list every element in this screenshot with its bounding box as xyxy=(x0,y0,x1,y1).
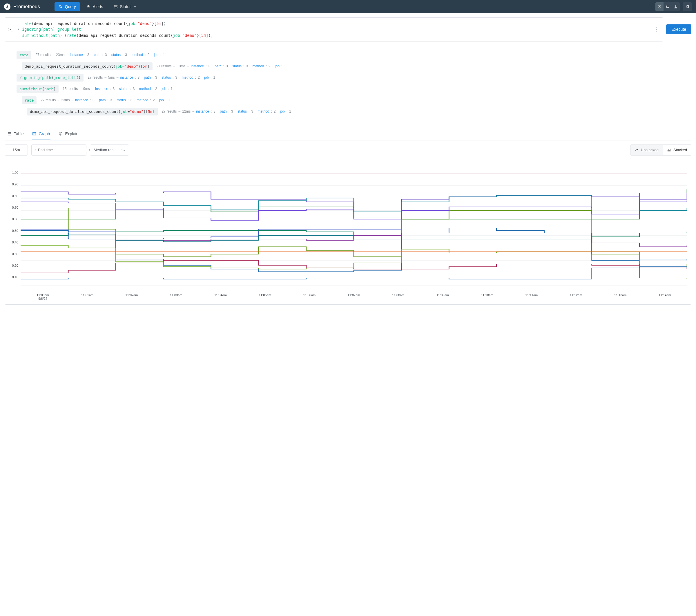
tree-meta: 27 results – 12ms – instance: 3 path: 3 … xyxy=(162,109,291,113)
y-tick: 0.80 xyxy=(12,194,18,198)
y-tick: 0.10 xyxy=(12,275,18,279)
y-axis: 0.100.200.300.400.500.600.700.800.901.00 xyxy=(9,167,19,283)
nav-alerts-label: Alerts xyxy=(93,4,103,9)
tree-expr[interactable]: rate xyxy=(22,96,36,104)
svg-point-20 xyxy=(61,133,61,133)
svg-line-9 xyxy=(658,5,659,6)
x-tick: 11:05am xyxy=(243,293,287,300)
chart[interactable]: 0.100.200.300.400.500.600.700.800.901.00 xyxy=(20,167,687,292)
tree-meta: 15 results – 9ms – instance: 3 status: 3… xyxy=(63,87,173,91)
svg-point-4 xyxy=(659,6,660,7)
range-control: − 15m + xyxy=(5,144,28,155)
svg-line-11 xyxy=(658,7,659,8)
theme-dark[interactable] xyxy=(664,2,671,11)
x-tick: 11:14am xyxy=(643,293,687,300)
x-tick: 11:02am xyxy=(109,293,154,300)
stacked-button[interactable]: Stacked xyxy=(663,144,691,155)
query-menu-button[interactable] xyxy=(652,26,660,33)
execute-button[interactable]: Execute xyxy=(666,25,691,34)
resolution-select[interactable]: Medium res. ⌃⌄ xyxy=(90,144,129,155)
y-tick: 0.20 xyxy=(12,264,18,267)
x-axis: 11:00am9/8/2411:01am11:02am11:03am11:04a… xyxy=(20,292,687,300)
svg-line-10 xyxy=(660,7,661,8)
nav-status-label: Status xyxy=(120,4,132,9)
x-tick: 11:09am xyxy=(421,293,465,300)
tree-row[interactable]: rate27 results – 23ms – instance: 3 path… xyxy=(8,51,688,59)
brand[interactable]: Prometheus xyxy=(4,3,40,10)
tree-meta: 27 results – 5ms – instance: 3 path: 3 s… xyxy=(88,75,215,79)
tree-row[interactable]: demo_api_request_duration_seconds_count{… xyxy=(8,62,688,70)
y-tick: 0.40 xyxy=(12,241,18,244)
nav-status[interactable]: Status ▾ xyxy=(110,2,140,11)
nav-query[interactable]: Query xyxy=(54,2,80,11)
graph-controls: − 15m + ‹ › Medium res. ⌃⌄ Unstacked Sta… xyxy=(5,144,691,155)
server-icon xyxy=(114,5,118,9)
end-time-control: ‹ › xyxy=(31,144,86,155)
table-icon xyxy=(7,132,12,136)
unstacked-button[interactable]: Unstacked xyxy=(630,144,663,155)
result-tabs: Table Graph Explain xyxy=(5,128,691,140)
x-tick: 11:12am xyxy=(554,293,598,300)
svg-rect-2 xyxy=(114,5,117,6)
tab-graph[interactable]: Graph xyxy=(32,128,50,140)
graph-icon xyxy=(32,132,36,136)
tree-row[interactable]: demo_api_request_duration_seconds_count{… xyxy=(8,108,688,115)
theme-light[interactable] xyxy=(655,2,664,11)
query-editor[interactable]: >_ rate(demo_api_request_duration_second… xyxy=(5,17,663,42)
end-time-input[interactable] xyxy=(36,148,89,152)
prompt-icon: >_ xyxy=(9,27,13,32)
range-increase[interactable]: + xyxy=(20,148,28,152)
tree-expr[interactable]: demo_api_request_duration_seconds_count{… xyxy=(22,62,153,70)
navbar: Prometheus Query Alerts Status ▾ xyxy=(0,0,696,13)
tree-expr[interactable]: / ignoring(path) group_left() xyxy=(17,74,83,81)
x-tick: 11:01am xyxy=(65,293,109,300)
chart-svg xyxy=(20,167,687,292)
y-tick: 0.60 xyxy=(12,217,18,221)
x-tick: 11:11am xyxy=(509,293,554,300)
resolution-value: Medium res. xyxy=(94,148,114,152)
nav-alerts[interactable]: Alerts xyxy=(82,2,107,11)
chevron-down-icon: ▾ xyxy=(134,5,136,9)
unstacked-label: Unstacked xyxy=(641,148,659,152)
tree-expr[interactable]: demo_api_request_duration_seconds_count{… xyxy=(27,108,158,115)
tree-expr[interactable]: rate xyxy=(17,51,31,59)
x-tick: 11:03am xyxy=(154,293,199,300)
chevron-updown-icon: ⌃⌄ xyxy=(121,148,125,152)
y-tick: 0.70 xyxy=(12,206,18,209)
tab-table[interactable]: Table xyxy=(7,128,24,140)
y-tick: 1.00 xyxy=(12,171,18,174)
user-icon xyxy=(674,5,678,9)
theme-auto[interactable] xyxy=(671,2,680,11)
page: >_ rate(demo_api_request_duration_second… xyxy=(0,13,696,316)
x-tick: 11:10am xyxy=(465,293,509,300)
tree-row[interactable]: sum without(path)15 results – 9ms – inst… xyxy=(8,85,688,93)
y-tick: 0.50 xyxy=(12,229,18,232)
svg-point-0 xyxy=(59,5,61,7)
tab-graph-label: Graph xyxy=(38,132,50,136)
svg-line-1 xyxy=(61,7,62,9)
chart-panel: 0.100.200.300.400.500.600.700.800.901.00… xyxy=(5,161,691,305)
tab-explain[interactable]: Explain xyxy=(58,128,79,140)
svg-line-12 xyxy=(660,5,661,6)
search-icon xyxy=(59,5,63,9)
y-tick: 0.90 xyxy=(12,183,18,186)
gear-icon xyxy=(685,4,690,9)
tree-meta: 27 results – 23ms – instance: 3 path: 3 … xyxy=(41,98,170,102)
stacked-label: Stacked xyxy=(674,148,687,152)
brand-label: Prometheus xyxy=(13,4,40,10)
settings-button[interactable] xyxy=(683,2,692,11)
nav-query-label: Query xyxy=(65,4,76,9)
svg-rect-14 xyxy=(8,132,11,135)
tree-row[interactable]: rate27 results – 23ms – instance: 3 path… xyxy=(8,96,688,104)
tab-table-label: Table xyxy=(14,132,23,136)
query-text[interactable]: rate(demo_api_request_duration_seconds_c… xyxy=(17,20,650,38)
svg-point-13 xyxy=(675,5,677,7)
range-decrease[interactable]: − xyxy=(5,148,12,152)
tree-row[interactable]: / ignoring(path) group_left()27 results … xyxy=(8,74,688,81)
stack-toggle: Unstacked Stacked xyxy=(630,144,691,155)
nav-links: Query Alerts Status ▾ xyxy=(54,2,140,11)
tree-expr[interactable]: sum without(path) xyxy=(17,85,59,93)
y-tick: 0.30 xyxy=(12,252,18,256)
moon-icon xyxy=(666,5,669,9)
tree-meta: 27 results – 13ms – instance: 3 path: 3 … xyxy=(157,64,286,68)
